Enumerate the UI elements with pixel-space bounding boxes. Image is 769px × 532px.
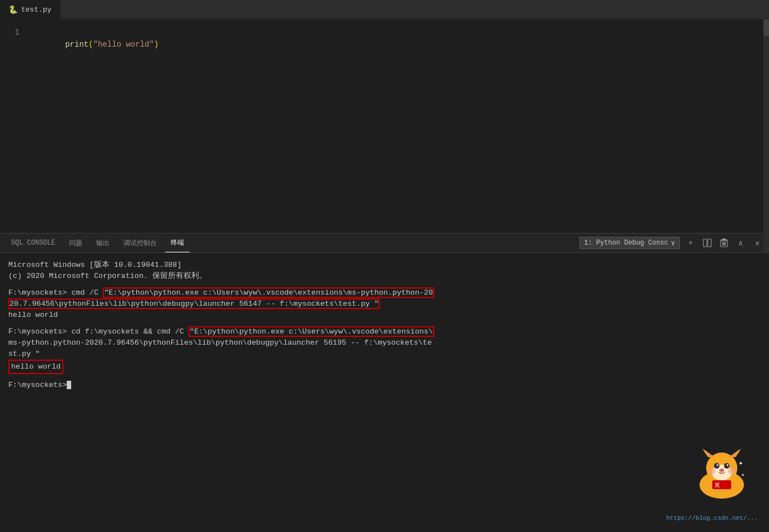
svg-point-17 [717,464,718,466]
line-numbers: 1 [0,25,28,38]
terminal-prompt: F:\mysockets> [8,380,761,391]
collapse-panel-button[interactable]: ∧ [735,237,747,249]
panel-tabs: SQL CONSOLE 问题 输出 调试控制台 终端 [6,233,190,252]
svg-rect-0 [703,239,707,247]
python-icon: 🐍 [8,5,18,14]
terminal-blank-2 [8,321,761,326]
editor-content: 1 print("hello world") [0,19,769,44]
terminal-line-4: 20.7.96456\pythonFiles\lib\python\debugp… [8,299,761,310]
code-paren-close: ) [154,40,158,49]
svg-text:英: 英 [715,482,720,488]
code-paren-open: ( [88,40,93,49]
terminal-line-8: st.py " [8,349,761,360]
svg-text:✦: ✦ [738,459,743,468]
svg-text:✦: ✦ [741,472,745,478]
terminal-line-1: Microsoft Windows [版本 10.0.19041.388] [8,260,761,271]
chevron-up-icon: ∧ [738,238,743,248]
code-string: "hello world" [93,40,154,49]
file-tab[interactable]: 🐍 test.py [0,0,61,19]
close-icon: ✕ [755,238,760,248]
delete-terminal-button[interactable] [718,237,730,249]
editor-area: 🐍 test.py 1 print("hello world") [0,0,769,233]
svg-point-18 [727,464,728,466]
cursor [67,381,71,389]
terminal-selector[interactable]: 1: Python Debug Consc ∨ [579,237,680,249]
split-icon [703,238,712,247]
svg-rect-6 [720,240,728,241]
svg-rect-7 [722,238,726,240]
highlight-box-2: 20.7.96456\pythonFiles\lib\python\debugp… [8,299,380,309]
terminal-line-9: hello world [8,360,761,374]
svg-rect-5 [725,242,726,246]
tab-problems[interactable]: 问题 [63,233,88,252]
highlight-box-1: "E:\python\python.exe c:\Users\wyw\.vsco… [103,287,434,298]
svg-point-19 [720,469,724,472]
terminal-line-6: F:\mysockets> cd f:\mysockets && cmd /C … [8,326,761,337]
url-text: https://blog.csdn.net/... [666,513,758,524]
chevron-down-icon: ∨ [671,239,675,247]
code-keyword-print: print [65,40,88,49]
tab-debug-console[interactable]: 调试控制台 [118,233,162,252]
panel-tab-bar: SQL CONSOLE 问题 输出 调试控制台 终端 1: Python Deb… [0,233,769,253]
split-terminal-button[interactable] [701,237,713,249]
terminal-blank-1 [8,282,761,287]
tab-bar: 🐍 test.py [0,0,769,19]
highlight-box-3: "E:\python\python.exe c:\Users\wyw\.vsco… [188,326,434,337]
hello-world-boxed: hello world [8,360,63,374]
terminal-panel: SQL CONSOLE 问题 输出 调试控制台 终端 1: Python Deb… [0,233,769,532]
svg-point-16 [724,463,730,469]
terminal-blank-3 [8,374,761,380]
svg-point-20 [709,468,716,474]
close-panel-button[interactable]: ✕ [751,237,763,249]
trash-icon [720,238,728,247]
terminal-content[interactable]: Microsoft Windows [版本 10.0.19041.388] (c… [0,253,769,532]
svg-point-15 [714,463,720,469]
svg-rect-3 [722,242,723,246]
scrollbar-thumb [763,19,769,36]
tab-output[interactable]: 输出 [91,233,115,252]
terminal-line-5: hello world [8,310,761,321]
terminal-line-2: (c) 2020 Microsoft Corporation. 保留所有权利。 [8,271,761,282]
add-terminal-button[interactable]: + [684,237,697,249]
svg-rect-1 [708,239,711,247]
tab-sql-console[interactable]: SQL CONSOLE [6,233,61,252]
editor-scrollbar[interactable] [763,19,769,252]
terminal-line-3: F:\mysockets> cmd /C "E:\python\python.e… [8,287,761,299]
svg-rect-4 [723,242,725,246]
panel-controls: 1: Python Debug Consc ∨ + [579,237,763,249]
watermark-cat-svg: 英 ✦ ✦ [686,446,758,501]
terminal-line-7: ms-python.python-2020.7.96456\pythonFile… [8,337,761,349]
svg-point-21 [728,468,735,474]
code-content[interactable]: print("hello world") [28,25,769,38]
tab-filename: test.py [21,6,52,14]
tab-terminal[interactable]: 终端 [165,233,190,252]
code-line-1: print("hello world") [28,26,769,38]
line-number: 1 [0,26,19,38]
watermark-area: 英 ✦ ✦ [686,446,758,501]
